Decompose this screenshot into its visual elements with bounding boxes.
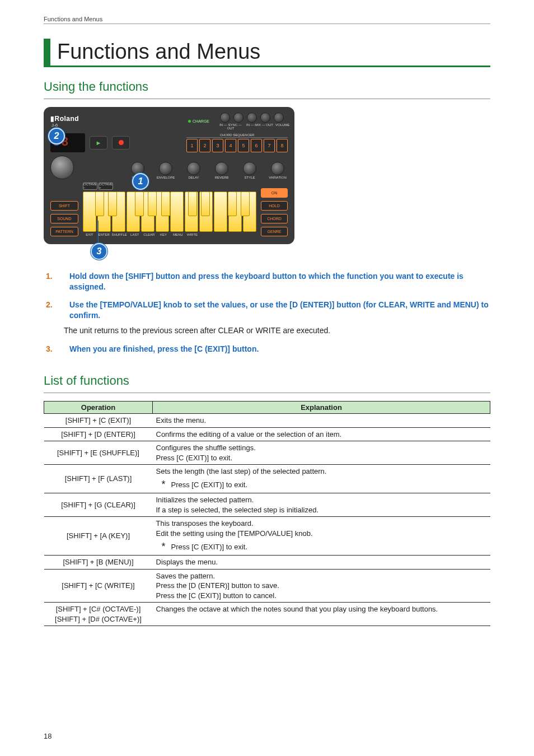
table-row: [SHIFT] + [F (LAST)]Sets the length (the… [44, 465, 490, 493]
op-cell: [SHIFT] + [C (WRITE)] [44, 569, 153, 603]
op-cell: [SHIFT] + [D (ENTER)] [44, 427, 153, 441]
hold-button: HOLD [261, 201, 288, 211]
white-key [170, 192, 184, 232]
white-key [156, 192, 169, 232]
sync-in-jack [220, 113, 230, 123]
sequencer-step: 4 [225, 139, 236, 152]
step-badge-1: 1 [132, 173, 149, 190]
key-bottom-label: SHUFFLE [111, 233, 127, 236]
shift-button: SHIFT [50, 201, 78, 211]
white-key [112, 192, 125, 232]
sequencer-step: 2 [199, 139, 210, 152]
section-divider [44, 393, 490, 393]
mix-out-jack [260, 113, 270, 123]
model-label: J-6 [51, 123, 79, 128]
white-key [199, 192, 213, 232]
pattern-button: PATTERN [50, 227, 78, 236]
key-bottom-label: EXIT [83, 233, 96, 236]
running-header: Functions and Menus [44, 16, 490, 24]
table-row: [SHIFT] + [D (ENTER)]Confirms the editin… [44, 427, 490, 441]
white-key [127, 192, 140, 232]
steps-list: Hold down the [SHIFT] button and press t… [44, 271, 490, 354]
key-bottom-label: MENU [171, 233, 185, 236]
white-key [97, 192, 111, 232]
functions-table: Operation Explanation [SHIFT] + [C (EXIT… [44, 401, 490, 626]
table-row: [SHIFT] + [G (CLEAR)]Initializes the sel… [44, 493, 490, 517]
explanation-cell: This transposes the keyboard.Edit the se… [153, 517, 490, 556]
section-divider [44, 99, 490, 99]
knob-style: STYLE [240, 162, 260, 179]
record-button [112, 136, 130, 150]
charge-indicator: CHARGE [188, 119, 209, 123]
key-bottom-label [229, 233, 242, 236]
step-badge-2: 2 [48, 128, 65, 144]
section-list-heading: List of functions [44, 374, 490, 388]
tempo-value-knob [50, 156, 74, 179]
explanation-cell: Displays the menu. [153, 556, 490, 570]
th-operation: Operation [44, 402, 153, 414]
brand-label: ▮Roland [50, 115, 79, 123]
step-badge-3: 3 [91, 243, 107, 260]
explanation-cell: Exits the menu. [153, 414, 490, 428]
sequencer-step: 6 [251, 139, 262, 152]
mix-in-jack [247, 113, 257, 123]
play-button: ► [90, 136, 107, 150]
table-row: [SHIFT] + [E (SHUFFLE)]Configures the sh… [44, 441, 490, 465]
op-cell: [SHIFT] + [C (EXIT)] [44, 414, 153, 428]
op-cell: [SHIFT] + [A (KEY)] [44, 517, 153, 556]
key-bottom-label: ENTER [97, 233, 111, 236]
white-key [243, 192, 256, 232]
on-button: ON [261, 188, 288, 198]
op-cell: [SHIFT] + [B (MENU)] [44, 556, 153, 570]
key-bottom-label [214, 233, 228, 236]
instruction-step: When you are finished, press the [C (EXI… [44, 344, 490, 354]
instruction-step: Hold down the [SHIFT] button and press t… [44, 271, 490, 292]
op-cell: [SHIFT] + [G (CLEAR)] [44, 493, 153, 517]
explanation-cell: Initializes the selected pattern.If a st… [153, 493, 490, 517]
io-label-sync: IN — SYNC — OUT [217, 123, 244, 130]
explanation-cell: Changes the octave at which the notes so… [153, 603, 490, 626]
play-icon: ► [96, 139, 102, 146]
explanation-cell: Saves the pattern.Press the [D (ENTER)] … [153, 569, 490, 603]
table-row: [SHIFT] + [C (WRITE)]Saves the pattern.P… [44, 569, 490, 603]
sequencer-step: 3 [212, 139, 223, 152]
octave-down-button: OCTAVE − [83, 183, 97, 190]
op-cell: [SHIFT] + [F (LAST)] [44, 465, 153, 493]
page-title: Functions and Menus [57, 40, 490, 64]
octave-up-button: OCTAVE + [99, 183, 113, 190]
white-key [141, 192, 154, 232]
instruction-step: Use the [TEMPO/VALUE] knob to set the va… [44, 300, 490, 336]
white-key [83, 192, 96, 232]
section-using-heading: Using the functions [44, 80, 490, 94]
key-bottom-label: KEY [157, 233, 170, 236]
sequencer-step: 8 [277, 139, 288, 152]
knob-reverb: REVERB [212, 162, 232, 179]
table-row: [SHIFT] + [B (MENU)]Displays the menu. [44, 556, 490, 570]
volume-knob [274, 113, 284, 123]
th-explanation: Explanation [153, 402, 490, 414]
key-bottom-label: WRITE [186, 233, 199, 236]
chord-button: CHORD [261, 214, 288, 223]
key-bottom-label: LAST [128, 233, 142, 236]
device-figure: 2 1 ▮Roland J-6 CHARGE [44, 107, 294, 260]
io-label-mix: IN — MIX — OUT [246, 123, 273, 130]
record-icon [119, 140, 124, 145]
genre-button: GENRE [261, 227, 288, 236]
key-bottom-label [200, 233, 213, 236]
io-label-volume: VOLUME [275, 123, 288, 130]
chord-sequencer-label: CHORD SEQUENCER [186, 133, 288, 138]
keyboard [83, 192, 256, 232]
white-key [214, 192, 227, 232]
sync-out-jack [233, 113, 243, 123]
sequencer-step: 1 [186, 139, 198, 152]
table-row: [SHIFT] + [A (KEY)]This transposes the k… [44, 517, 490, 556]
white-key [185, 192, 198, 232]
sequencer-step: 5 [238, 139, 249, 152]
knob-envelope: ENVELOPE [156, 162, 176, 179]
op-cell: [SHIFT] + [C# (OCTAVE-)][SHIFT] + [D# (O… [44, 603, 153, 626]
op-cell: [SHIFT] + [E (SHUFFLE)] [44, 441, 153, 465]
key-bottom-label: CLEAR [142, 233, 156, 236]
explanation-cell: Sets the length (the last step) of the s… [153, 465, 490, 493]
key-bottom-label [243, 233, 256, 236]
knob-variation: VARIATION [268, 162, 288, 179]
